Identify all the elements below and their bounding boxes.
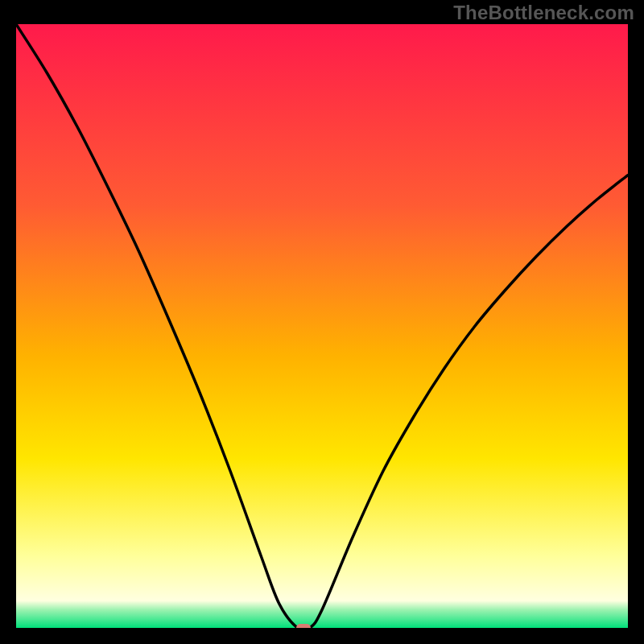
bottleneck-marker [296, 624, 311, 628]
chart-svg [16, 24, 628, 628]
chart-frame: TheBottleneck.com [0, 0, 644, 644]
plot-area [16, 24, 628, 628]
gradient-background [16, 24, 628, 628]
watermark-text: TheBottleneck.com [453, 2, 634, 24]
